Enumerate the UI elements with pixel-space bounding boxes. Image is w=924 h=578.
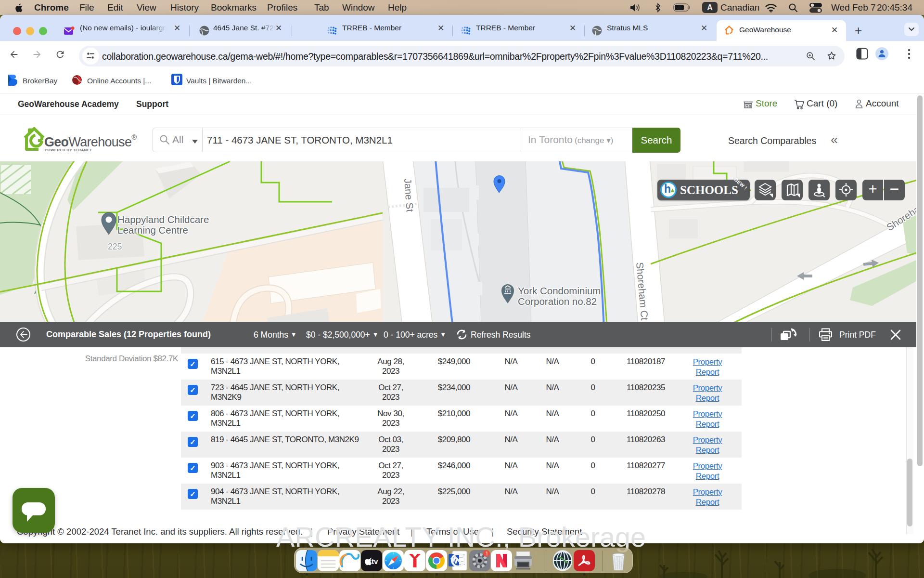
svg-text:Jane St: Jane St [402,178,416,212]
svg-text:Learning Centre: Learning Centre [117,224,188,236]
svg-text:1: 1 [486,551,488,556]
svg-text:Corporation no.82: Corporation no.82 [518,296,597,307]
svg-text:225: 225 [108,242,122,251]
svg-text:Happyland Childcare: Happyland Childcare [117,214,209,225]
svg-text:York Condominium: York Condominium [518,285,601,296]
svg-text:tv: tv [372,557,378,565]
